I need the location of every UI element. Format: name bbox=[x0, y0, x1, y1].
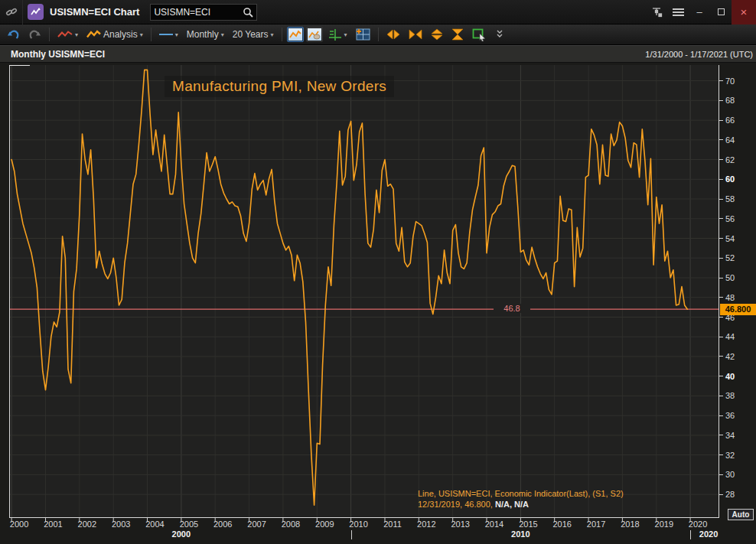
maximize-button[interactable] bbox=[710, 0, 732, 24]
y-tick-label: 64 bbox=[719, 135, 735, 145]
y-tick-label: 70 bbox=[719, 76, 735, 86]
zoom-select-button[interactable] bbox=[469, 27, 490, 43]
hamburger-icon bbox=[673, 7, 684, 18]
chart-panel: Monthly USISMN=ECI 1/31/2000 - 1/17/2021… bbox=[0, 45, 756, 544]
expand-vertical-button[interactable] bbox=[428, 27, 446, 43]
chevron-down-icon: ▾ bbox=[221, 31, 224, 38]
y-tick-label: 42 bbox=[719, 351, 735, 362]
auto-scale-button[interactable]: Auto bbox=[728, 509, 754, 520]
reference-line-label: 46.8 bbox=[494, 304, 530, 313]
x-tick-label: 2016 bbox=[549, 520, 575, 529]
y-tick-label: 56 bbox=[719, 213, 735, 224]
chart-app-icon bbox=[28, 4, 44, 20]
y-tick-label: 44 bbox=[719, 331, 735, 342]
decade-label: 2000 bbox=[165, 529, 198, 539]
x-tick-label: 2005 bbox=[176, 520, 202, 529]
compress-vertical-button[interactable] bbox=[448, 27, 467, 43]
x-tick-label: 2002 bbox=[74, 520, 100, 529]
x-tick-label: 2010 bbox=[346, 520, 372, 529]
y-tick-label: 50 bbox=[719, 272, 735, 283]
hourglass-icon bbox=[451, 28, 464, 41]
chevron-down-icon: ▾ bbox=[75, 31, 78, 38]
chevron-down-icon: ▾ bbox=[175, 31, 178, 38]
decade-label: 2010 bbox=[503, 529, 537, 539]
y-tick-label: 58 bbox=[719, 194, 735, 204]
chart-view-button-active[interactable] bbox=[287, 27, 304, 42]
link-icon bbox=[5, 6, 18, 18]
range-label: 20 Years bbox=[233, 29, 269, 40]
axis-settings-button[interactable]: ▾ bbox=[325, 27, 350, 43]
x-tick-label: 2020 bbox=[685, 520, 711, 529]
decade-label: 2020 bbox=[692, 529, 725, 539]
legend-line2-values: 12/31/2019, 46.800, bbox=[418, 500, 493, 509]
more-chevrons-icon bbox=[496, 30, 503, 39]
y-tick-label: 38 bbox=[719, 390, 735, 401]
selection-rect-icon bbox=[472, 28, 487, 41]
compress-horizontal-icon bbox=[409, 29, 422, 40]
x-tick-label: 2003 bbox=[108, 520, 134, 529]
chevron-down-icon: ▾ bbox=[344, 31, 347, 38]
search-icon[interactable] bbox=[243, 7, 253, 18]
y-tick-label: 68 bbox=[719, 95, 735, 106]
y-tick-label: 48 bbox=[719, 292, 735, 303]
y-axis[interactable]: 2830323436384042444648505254565860626466… bbox=[719, 65, 756, 518]
analysis-button[interactable]: Analysis ▾ bbox=[83, 27, 146, 43]
x-axis-decade-row: 200020102020 bbox=[9, 529, 719, 542]
interval-dropdown[interactable]: Monthly ▾ bbox=[184, 27, 227, 43]
search-input[interactable] bbox=[154, 7, 243, 18]
add-pane-icon bbox=[356, 28, 370, 41]
minimize-button[interactable]: – bbox=[689, 0, 710, 24]
x-tick-label: 2008 bbox=[278, 520, 304, 529]
maximize-icon bbox=[718, 8, 725, 15]
search-box[interactable] bbox=[150, 4, 257, 21]
x-tick-label: 2015 bbox=[515, 520, 541, 529]
line-color-button[interactable]: ▾ bbox=[54, 27, 81, 43]
y-tick-label: 62 bbox=[719, 155, 735, 165]
legend-line2-na: N/A, N/A bbox=[493, 500, 529, 509]
chart-annotation-title: Manufacturing PMI, New Orders bbox=[165, 76, 394, 97]
chart-date-range: 1/31/2000 - 1/17/2021 (UTC) bbox=[645, 50, 753, 59]
link-channel-button[interactable] bbox=[0, 0, 23, 24]
window-title: USISMN=ECI Chart bbox=[50, 6, 139, 18]
chart-header: Monthly USISMN=ECI 1/31/2000 - 1/17/2021… bbox=[0, 45, 756, 63]
y-tick-label: 52 bbox=[719, 252, 735, 263]
compress-horizontal-button[interactable] bbox=[406, 27, 425, 43]
x-tick-label: 2013 bbox=[448, 520, 474, 529]
x-tick-label: 2000 bbox=[6, 520, 32, 529]
range-dropdown[interactable]: 20 Years ▾ bbox=[230, 27, 277, 43]
chart-header-title: Monthly USISMN=ECI bbox=[11, 49, 105, 60]
x-tick-label: 2004 bbox=[142, 520, 168, 529]
menu-button[interactable] bbox=[667, 2, 689, 22]
flex-layout-button[interactable] bbox=[646, 2, 667, 22]
chart-svg[interactable] bbox=[9, 65, 719, 523]
x-tick-label: 2012 bbox=[413, 520, 439, 529]
add-subchart-button[interactable] bbox=[353, 27, 373, 43]
x-tick-label: 2019 bbox=[651, 520, 677, 529]
expand-horizontal-button[interactable] bbox=[383, 27, 403, 43]
axis-scale-icon bbox=[328, 28, 342, 41]
chart-toolbar: ▾ Analysis ▾ ▾ Monthly ▾ 20 Years ▾ bbox=[0, 24, 756, 45]
x-tick-label: 2006 bbox=[210, 520, 236, 529]
y-tick-label: 60 bbox=[719, 174, 735, 184]
chart-legend: Line, USISMN=ECI, Economic Indicator(Las… bbox=[418, 488, 624, 510]
redo-button[interactable] bbox=[25, 27, 44, 43]
x-tick-label: 2009 bbox=[311, 520, 337, 529]
x-tick-label: 2007 bbox=[244, 520, 270, 529]
interval-label: Monthly bbox=[187, 29, 219, 40]
y-tick-label: 32 bbox=[719, 450, 735, 461]
close-button[interactable]: × bbox=[732, 0, 756, 24]
x-axis[interactable]: 2000200120022003200420052006200720082009… bbox=[9, 520, 719, 530]
expand-vertical-icon bbox=[431, 28, 443, 41]
y-tick-label: 28 bbox=[719, 489, 735, 500]
y-tick-label: 40 bbox=[719, 371, 735, 382]
toolbar-more-button[interactable] bbox=[493, 27, 507, 43]
undo-button[interactable] bbox=[4, 27, 23, 43]
x-tick-label: 2017 bbox=[583, 520, 609, 529]
last-price-badge: 46.800 bbox=[720, 304, 756, 315]
undo-icon bbox=[7, 29, 20, 41]
line-style-button[interactable]: ▾ bbox=[156, 27, 181, 43]
chart-icon bbox=[289, 30, 301, 39]
x-tick-label: 2018 bbox=[617, 520, 643, 529]
decade-divider bbox=[690, 530, 691, 539]
chart-edit-button[interactable] bbox=[306, 27, 323, 42]
